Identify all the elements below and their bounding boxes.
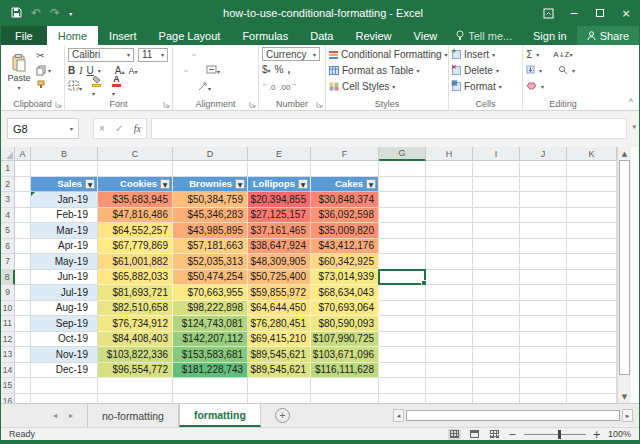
cell-F13[interactable]: $103,671,096	[311, 347, 379, 363]
cell-I7[interactable]	[473, 254, 520, 270]
scroll-left-icon[interactable]: ◂	[393, 409, 404, 422]
row-header-4[interactable]: 4	[1, 208, 15, 224]
fill-icon[interactable]	[526, 65, 535, 76]
cell-I11[interactable]	[473, 316, 520, 332]
cell-D16[interactable]	[173, 394, 248, 404]
cell-I5[interactable]	[473, 223, 520, 239]
cell-D13[interactable]: $153,583,681	[173, 347, 248, 363]
cell-H11[interactable]	[426, 316, 473, 332]
filter-button-lollipops[interactable]: ▼	[298, 179, 308, 189]
cell-F15[interactable]	[311, 378, 379, 394]
zoom-out-icon[interactable]: −	[508, 429, 516, 440]
row-header-2[interactable]: 2	[1, 177, 15, 193]
fill-color-icon[interactable]: ▾	[92, 75, 102, 98]
tab-page-layout[interactable]: Page Layout	[148, 26, 232, 45]
cell-J10[interactable]	[520, 301, 567, 317]
comma-style-icon[interactable]: ,	[287, 64, 290, 75]
redo-icon[interactable]: ↷	[50, 7, 60, 19]
cell-A14[interactable]	[15, 363, 31, 379]
cell-E15[interactable]	[248, 378, 311, 394]
zoom-in-icon[interactable]: +	[593, 429, 601, 440]
col-header-F[interactable]: F	[311, 147, 379, 161]
col-header-C[interactable]: C	[98, 147, 173, 161]
cell-A16[interactable]	[15, 394, 31, 404]
filter-button-cookies[interactable]: ▼	[160, 179, 170, 189]
cell-D3[interactable]: $50,384,759	[173, 192, 248, 208]
cut-button[interactable]: ✂	[36, 49, 51, 62]
row-header-7[interactable]: 7	[1, 254, 15, 270]
filter-button-sales[interactable]: ▼	[85, 179, 95, 189]
cell-K14[interactable]	[567, 363, 617, 379]
cell-H2[interactable]	[426, 177, 473, 193]
cell-H16[interactable]	[426, 394, 473, 404]
row-header-12[interactable]: 12	[1, 332, 15, 348]
find-select-icon[interactable]	[558, 65, 568, 77]
cell-A13[interactable]	[15, 347, 31, 363]
cell-B1[interactable]	[31, 161, 98, 177]
scroll-right-icon[interactable]: ▸	[622, 409, 633, 422]
cell-I3[interactable]	[473, 192, 520, 208]
top-align-icon[interactable]	[176, 54, 180, 56]
cell-H3[interactable]	[426, 192, 473, 208]
ribbon-display-options-icon[interactable]	[535, 0, 561, 26]
cell-H12[interactable]	[426, 332, 473, 348]
zoom-level[interactable]: 100%	[608, 429, 631, 439]
row-header-3[interactable]: 3	[1, 192, 15, 208]
cell-E4[interactable]: $27,125,157	[248, 208, 311, 224]
wrap-text-icon[interactable]	[204, 54, 208, 56]
cell-F3[interactable]: $30,848,374	[311, 192, 379, 208]
cell-F10[interactable]: $70,693,064	[311, 301, 379, 317]
cell-G11[interactable]	[379, 316, 426, 332]
col-header-K[interactable]: K	[567, 147, 617, 161]
cell-C16[interactable]	[98, 394, 173, 404]
cell-J8[interactable]	[520, 270, 567, 286]
cell-I6[interactable]	[473, 239, 520, 255]
insert-function-icon[interactable]: fx	[134, 123, 141, 134]
enter-icon[interactable]: ✓	[115, 123, 123, 134]
cell-C2[interactable]: Cookies▼	[98, 177, 173, 193]
cell-G12[interactable]	[379, 332, 426, 348]
font-size-combo[interactable]: 11▾	[138, 48, 168, 62]
cell-I9[interactable]	[473, 285, 520, 301]
number-dialog-launcher-icon[interactable]	[316, 101, 323, 108]
maximize-button[interactable]	[587, 0, 613, 26]
cell-A12[interactable]	[15, 332, 31, 348]
cell-C10[interactable]: $82,510,658	[98, 301, 173, 317]
cell-G10[interactable]	[379, 301, 426, 317]
minimize-button[interactable]: −	[561, 0, 587, 26]
cell-K6[interactable]	[567, 239, 617, 255]
bottom-align-icon[interactable]	[192, 54, 196, 56]
cell-C11[interactable]: $76,734,912	[98, 316, 173, 332]
cell-D10[interactable]: $98,222,898	[173, 301, 248, 317]
cell-C3[interactable]: $35,683,945	[98, 192, 173, 208]
tab-insert[interactable]: Insert	[98, 26, 148, 45]
copy-button[interactable]: ▾	[36, 64, 51, 77]
cell-B12[interactable]: Oct-19	[31, 332, 98, 348]
close-button[interactable]: ×	[613, 0, 639, 26]
cell-J7[interactable]	[520, 254, 567, 270]
cell-K8[interactable]	[567, 270, 617, 286]
name-box[interactable]: G8▾	[7, 118, 79, 139]
cell-G4[interactable]	[379, 208, 426, 224]
sign-in-button[interactable]: Sign in	[523, 26, 577, 45]
row-header-13[interactable]: 13	[1, 347, 15, 363]
cell-H9[interactable]	[426, 285, 473, 301]
cell-J15[interactable]	[520, 378, 567, 394]
cell-A8[interactable]	[15, 270, 31, 286]
cell-A3[interactable]	[15, 192, 31, 208]
cell-A1[interactable]	[15, 161, 31, 177]
horizontal-scrollbar[interactable]: ◂ ▸	[393, 409, 633, 422]
cell-A10[interactable]	[15, 301, 31, 317]
format-cells-button[interactable]: ▦Format▾	[452, 79, 520, 94]
col-header-B[interactable]: B	[31, 147, 98, 161]
tab-formulas[interactable]: Formulas	[231, 26, 299, 45]
cell-styles-button[interactable]: Cell Styles▾	[329, 79, 446, 94]
cell-G5[interactable]	[379, 223, 426, 239]
row-header-8[interactable]: 8	[1, 270, 15, 286]
tab-view[interactable]: View	[403, 26, 449, 45]
cell-I14[interactable]	[473, 363, 520, 379]
cell-I2[interactable]	[473, 177, 520, 193]
row-header-14[interactable]: 14	[1, 363, 15, 379]
decrease-font-size-icon[interactable]: A▾	[129, 66, 138, 76]
merge-center-icon[interactable]: ▾	[204, 64, 222, 77]
